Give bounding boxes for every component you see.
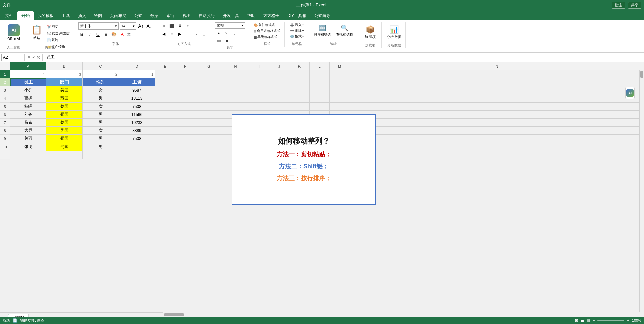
cell-D10[interactable] [119, 143, 155, 151]
row-num-7[interactable]: 7 [0, 119, 10, 127]
cell-L2[interactable] [310, 78, 330, 86]
col-header-I[interactable]: I [249, 62, 269, 70]
cell-F8[interactable] [175, 127, 195, 135]
col-header-N[interactable]: N [350, 62, 644, 70]
cell-N10[interactable] [350, 143, 639, 151]
ai-side-panel-button[interactable]: AI [625, 87, 635, 99]
hscroll-thumb[interactable] [164, 313, 184, 316]
row-num-3[interactable]: 3 [0, 86, 10, 94]
tab-diy[interactable]: DIY工具箱 [283, 11, 310, 20]
cell-E2[interactable] [155, 78, 175, 86]
cell-G3[interactable] [195, 86, 222, 94]
cell-J5[interactable] [269, 103, 289, 111]
cell-N3[interactable] [350, 86, 639, 94]
decrease-decimal-button[interactable]: .0 [223, 37, 230, 45]
cell-F3[interactable] [175, 86, 195, 94]
horizontal-scrollbar[interactable] [163, 312, 644, 317]
tab-home[interactable]: 开始 [17, 11, 34, 20]
text-direction-button[interactable]: ⋮ [192, 22, 200, 30]
cell-N8[interactable] [350, 127, 639, 135]
cell-C1[interactable]: 2 [83, 70, 119, 78]
cell-N5[interactable] [350, 103, 639, 111]
cell-F10[interactable] [175, 143, 195, 151]
cell-reference-box[interactable]: A2 [1, 54, 21, 61]
row-num-8[interactable]: 8 [0, 127, 10, 135]
vscroll-thumb[interactable] [640, 71, 643, 78]
comma-button[interactable]: , [231, 29, 238, 37]
cell-D2[interactable]: 工资 [119, 78, 155, 86]
paste-button[interactable]: 📋 粘贴 [29, 22, 44, 42]
status-helper[interactable]: 辅助功能: 调查 [20, 318, 44, 323]
cell-C8[interactable]: 女 [83, 127, 119, 135]
tab-view[interactable]: 视图 [179, 11, 195, 20]
cell-A10[interactable]: 张飞 [10, 143, 46, 151]
cell-C6[interactable]: 男 [83, 111, 119, 119]
col-header-F[interactable]: F [175, 62, 195, 70]
cell-F5[interactable] [175, 103, 195, 111]
cell-G6[interactable] [195, 111, 222, 119]
cell-E10[interactable] [155, 143, 175, 151]
cell-G2[interactable] [195, 78, 222, 86]
font-shrink-button[interactable]: A↓ [146, 22, 153, 30]
cell-N2[interactable] [350, 78, 639, 86]
cell-E1[interactable] [155, 70, 175, 78]
increase-indent-button[interactable]: → [192, 30, 200, 38]
cell-B6[interactable]: 蜀国 [46, 111, 83, 119]
tab-insert[interactable]: 插入 [74, 11, 90, 20]
row-num-10[interactable]: 10 [0, 143, 10, 151]
cell-B4[interactable]: 魏国 [46, 94, 83, 103]
cell-I5[interactable] [249, 103, 269, 111]
view-layout-icon[interactable]: ☰ [581, 318, 584, 323]
cell-C7[interactable]: 男 [83, 119, 119, 127]
tab-formula-wizard[interactable]: 公式向导 [310, 11, 334, 20]
cell-C5[interactable]: 女 [83, 103, 119, 111]
formula-input[interactable] [45, 54, 643, 61]
cell-C2[interactable]: 性别 [83, 78, 119, 86]
format-cells-button[interactable]: ⚙️ 格式 ▾ [289, 34, 305, 39]
cell-N7[interactable] [350, 119, 639, 127]
cell-M3[interactable] [330, 86, 350, 94]
align-right-button[interactable]: ▶ [176, 30, 184, 38]
cell-E9[interactable] [155, 135, 175, 143]
share-button[interactable]: 共享 [628, 2, 641, 9]
cell-K3[interactable] [289, 86, 310, 94]
tab-file[interactable]: 文件 [1, 11, 17, 20]
underline-button[interactable]: U [94, 31, 102, 38]
cell-B2[interactable]: 部门 [46, 78, 83, 86]
tab-help[interactable]: 帮助 [243, 11, 259, 20]
merge-button[interactable]: ⊞ [200, 30, 208, 38]
cell-B5[interactable]: 魏国 [46, 103, 83, 111]
cell-I4[interactable] [249, 94, 269, 103]
cell-C11[interactable] [83, 151, 119, 159]
cell-N6[interactable] [350, 111, 639, 119]
cell-E4[interactable] [155, 94, 175, 103]
cell-D7[interactable]: 10233 [119, 119, 155, 127]
tab-review[interactable]: 审阅 [163, 11, 179, 20]
cell-N9[interactable] [350, 135, 639, 143]
row-num-1[interactable]: 1 [0, 70, 10, 78]
col-header-J[interactable]: J [269, 62, 289, 70]
cell-I1[interactable] [249, 70, 269, 78]
cell-D5[interactable]: 7508 [119, 103, 155, 111]
cell-styles-button[interactable]: ▦ 单元格样式式 [252, 34, 282, 40]
cell-A11[interactable] [10, 151, 46, 159]
font-color-button[interactable]: A [119, 31, 126, 38]
cell-F6[interactable] [175, 111, 195, 119]
cell-K5[interactable] [289, 103, 310, 111]
cell-D9[interactable]: 7508 [119, 135, 155, 143]
cell-C3[interactable]: 女 [83, 86, 119, 94]
col-header-M[interactable]: M [330, 62, 350, 70]
menu-file[interactable]: 文件 [3, 2, 11, 8]
cell-B11[interactable] [46, 151, 83, 159]
cell-D4[interactable]: 13113 [119, 94, 155, 103]
col-header-H[interactable]: H [222, 62, 249, 70]
cell-G8[interactable] [195, 127, 222, 135]
fill-color-button[interactable]: 🎨 [110, 31, 118, 38]
tab-tools[interactable]: 工具 [58, 11, 74, 20]
cell-M2[interactable] [330, 78, 350, 86]
percent-button[interactable]: % [223, 29, 230, 37]
number-format-selector[interactable]: 常规 ▾ [215, 22, 245, 29]
cell-K1[interactable] [289, 70, 310, 78]
cell-N4[interactable] [350, 94, 639, 103]
tab-autorun[interactable]: 自动执行 [195, 11, 219, 20]
